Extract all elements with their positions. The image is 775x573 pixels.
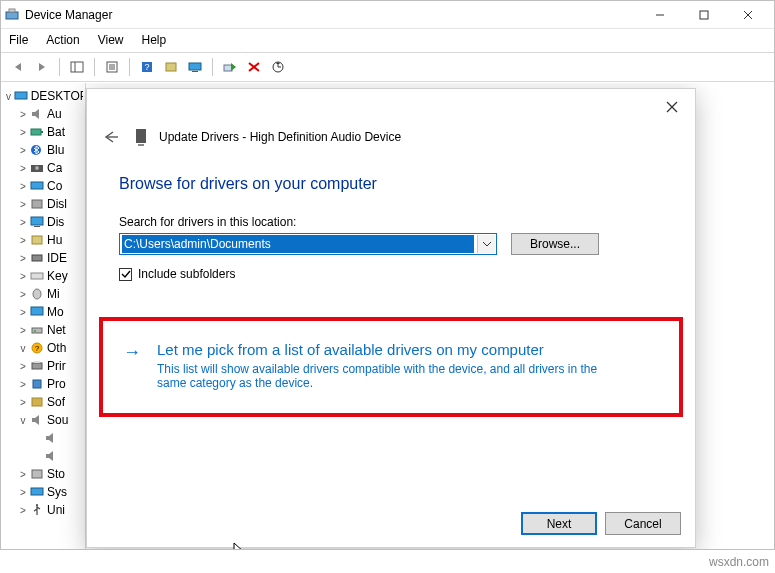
- menu-view[interactable]: View: [96, 31, 126, 49]
- manual-pick-option[interactable]: → Let me pick from a list of available d…: [99, 317, 683, 417]
- tree-item[interactable]: >Sys: [3, 483, 83, 501]
- menu-help[interactable]: Help: [140, 31, 169, 49]
- tree-twisty[interactable]: >: [17, 109, 29, 120]
- workspace: v DESKTOP >Au>Bat>Blu>Ca>Co>Disl>Dis>Hu>…: [1, 82, 774, 549]
- software-icon: [29, 395, 45, 409]
- tree-twisty[interactable]: >: [17, 505, 29, 516]
- svg-point-46: [36, 504, 38, 506]
- uninstall-device-icon[interactable]: [243, 56, 265, 78]
- tree-item-label: Bat: [47, 125, 65, 139]
- tree-item[interactable]: >Net: [3, 321, 83, 339]
- tree-item[interactable]: >Disl: [3, 195, 83, 213]
- tree-twisty[interactable]: v: [3, 91, 14, 102]
- svg-rect-6: [71, 62, 83, 72]
- maximize-button[interactable]: [682, 1, 726, 29]
- tree-item-label: Hu: [47, 233, 62, 247]
- tree-root[interactable]: v DESKTOP: [3, 87, 83, 105]
- tree-twisty[interactable]: >: [17, 307, 29, 318]
- tree-item[interactable]: v?Oth: [3, 339, 83, 357]
- tree-twisty[interactable]: >: [17, 379, 29, 390]
- tree-twisty[interactable]: v: [17, 343, 29, 354]
- tree-item[interactable]: >Au: [3, 105, 83, 123]
- tree-item[interactable]: >Blu: [3, 141, 83, 159]
- tree-twisty[interactable]: >: [17, 253, 29, 264]
- scan-hardware-icon[interactable]: [160, 56, 182, 78]
- tree-item[interactable]: >Mi: [3, 285, 83, 303]
- path-input[interactable]: [122, 235, 474, 253]
- dialog-close-button[interactable]: [657, 95, 687, 119]
- tree-twisty[interactable]: >: [17, 469, 29, 480]
- tree-twisty[interactable]: >: [17, 145, 29, 156]
- network-icon: [29, 323, 45, 337]
- tree-item[interactable]: >Sto: [3, 465, 83, 483]
- tree-twisty[interactable]: >: [17, 181, 29, 192]
- tree-item[interactable]: >Sof: [3, 393, 83, 411]
- include-subfolders-row[interactable]: Include subfolders: [119, 267, 663, 281]
- tree-item[interactable]: >Uni: [3, 501, 83, 519]
- tree-item[interactable]: >Hu: [3, 231, 83, 249]
- enable-device-icon[interactable]: [219, 56, 241, 78]
- svg-rect-44: [32, 470, 42, 478]
- svg-rect-23: [41, 131, 43, 133]
- tree-item-label: Blu: [47, 143, 64, 157]
- tree-item[interactable]: [3, 447, 83, 465]
- tree-item[interactable]: >Prir: [3, 357, 83, 375]
- close-button[interactable]: [726, 1, 770, 29]
- device-manager-window: Device Manager File Action View Help ? v…: [0, 0, 775, 550]
- tree-twisty[interactable]: >: [17, 397, 29, 408]
- chevron-down-icon[interactable]: [477, 235, 495, 253]
- tree-item-label: Ca: [47, 161, 62, 175]
- tree-twisty[interactable]: >: [17, 361, 29, 372]
- include-subfolders-checkbox[interactable]: [119, 268, 132, 281]
- properties-icon[interactable]: [101, 56, 123, 78]
- tree-twisty[interactable]: v: [17, 415, 29, 426]
- tree-item[interactable]: [3, 429, 83, 447]
- tree-item[interactable]: >Ca: [3, 159, 83, 177]
- scan-changes-icon[interactable]: [267, 56, 289, 78]
- menu-action[interactable]: Action: [44, 31, 81, 49]
- tree-twisty[interactable]: >: [17, 235, 29, 246]
- cancel-button[interactable]: Cancel: [605, 512, 681, 535]
- processor-icon: [29, 377, 45, 391]
- device-tree[interactable]: v DESKTOP >Au>Bat>Blu>Ca>Co>Disl>Dis>Hu>…: [1, 83, 86, 549]
- tree-twisty[interactable]: >: [17, 163, 29, 174]
- svg-rect-15: [189, 63, 201, 70]
- tree-item[interactable]: >Key: [3, 267, 83, 285]
- dialog-body: Search for drivers in this location: Bro…: [87, 205, 695, 281]
- monitor-icon: [29, 305, 45, 319]
- minimize-button[interactable]: [638, 1, 682, 29]
- usb-icon: [29, 503, 45, 517]
- svg-rect-50: [136, 129, 146, 143]
- tree-item[interactable]: >Co: [3, 177, 83, 195]
- nav-back-icon[interactable]: [7, 56, 29, 78]
- tree-item-label: Au: [47, 107, 62, 121]
- dialog-back-button[interactable]: [99, 125, 123, 149]
- svg-rect-45: [31, 488, 43, 495]
- tree-twisty[interactable]: >: [17, 127, 29, 138]
- tree-twisty[interactable]: >: [17, 271, 29, 282]
- tree-twisty[interactable]: >: [17, 325, 29, 336]
- tree-twisty[interactable]: >: [17, 487, 29, 498]
- next-button[interactable]: Next: [521, 512, 597, 535]
- keyboard-icon: [29, 269, 45, 283]
- nav-forward-icon[interactable]: [31, 56, 53, 78]
- printer-icon: [29, 359, 45, 373]
- tree-item[interactable]: >Pro: [3, 375, 83, 393]
- menu-file[interactable]: File: [7, 31, 30, 49]
- tree-twisty[interactable]: >: [17, 289, 29, 300]
- tree-item[interactable]: >Bat: [3, 123, 83, 141]
- tree-item[interactable]: >Dis: [3, 213, 83, 231]
- path-combobox[interactable]: [119, 233, 497, 255]
- tree-twisty[interactable]: >: [17, 217, 29, 228]
- speaker-icon: [29, 107, 45, 121]
- tree-item[interactable]: >IDE: [3, 249, 83, 267]
- update-driver-monitor-icon[interactable]: [184, 56, 206, 78]
- help-icon[interactable]: ?: [136, 56, 158, 78]
- tree-item[interactable]: vSou: [3, 411, 83, 429]
- tree-twisty[interactable]: >: [17, 199, 29, 210]
- show-hide-tree-icon[interactable]: [66, 56, 88, 78]
- browse-button[interactable]: Browse...: [511, 233, 599, 255]
- tree-item-label: Sto: [47, 467, 65, 481]
- svg-rect-51: [138, 144, 144, 146]
- tree-item[interactable]: >Mo: [3, 303, 83, 321]
